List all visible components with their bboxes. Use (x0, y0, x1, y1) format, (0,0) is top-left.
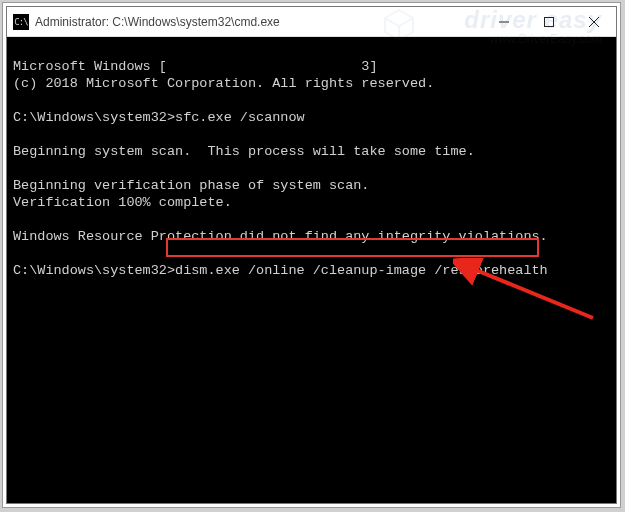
minimize-button[interactable] (481, 7, 526, 36)
output-line: Verification 100% complete. (13, 195, 232, 210)
svg-rect-1 (544, 17, 553, 26)
close-button[interactable] (571, 7, 616, 36)
output-line: Microsoft Windows [ 3] (13, 59, 378, 74)
output-line: (c) 2018 Microsoft Corporation. All righ… (13, 76, 434, 91)
command-text: sfc.exe /scannow (175, 110, 305, 125)
cmd-icon: C:\ (13, 14, 29, 30)
cmd-window: C:\ Administrator: C:\Windows\system32\c… (6, 6, 617, 504)
prompt-prefix: C:\Windows\system32> (13, 110, 175, 125)
output-line: Beginning verification phase of system s… (13, 178, 369, 193)
prompt-line: C:\Windows\system32>dism.exe /online /cl… (13, 263, 548, 278)
output-line: Windows Resource Protection did not find… (13, 229, 548, 244)
maximize-button[interactable] (526, 7, 571, 36)
window-controls (481, 7, 616, 36)
titlebar[interactable]: C:\ Administrator: C:\Windows\system32\c… (7, 7, 616, 37)
command-text: dism.exe /online /cleanup-image /restore… (175, 263, 548, 278)
prompt-line: C:\Windows\system32>sfc.exe /scannow (13, 110, 305, 125)
output-line: Beginning system scan. This process will… (13, 144, 475, 159)
terminal-output[interactable]: Microsoft Windows [ 3] (c) 2018 Microsof… (7, 37, 616, 503)
prompt-prefix: C:\Windows\system32> (13, 263, 175, 278)
window-title: Administrator: C:\Windows\system32\cmd.e… (35, 15, 481, 29)
